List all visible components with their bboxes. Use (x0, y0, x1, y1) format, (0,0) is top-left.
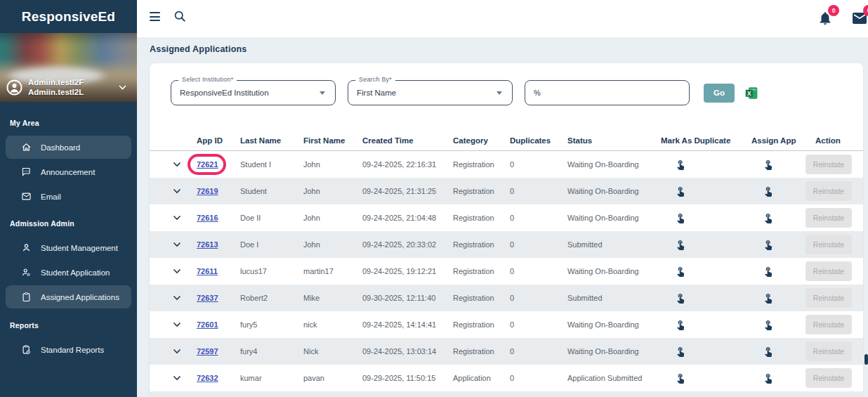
table-row: 72597 fury4 Nick 09-24-2025, 13:03:14 Re… (150, 338, 863, 365)
sidebar-item-assigned-applications[interactable]: Assigned Applications (6, 285, 131, 308)
notifications-button[interactable]: 0 (815, 7, 839, 31)
reinstate-button[interactable]: Reinstate (805, 261, 852, 281)
row-expand-chevron-icon[interactable] (173, 349, 181, 354)
person-gear-icon (21, 267, 32, 278)
assign-app-icon[interactable] (763, 372, 774, 384)
select-institution[interactable]: Select Institution* ResponsiveEd Institu… (171, 80, 336, 105)
assign-app-icon[interactable] (763, 186, 774, 197)
reinstate-button[interactable]: Reinstate (805, 315, 852, 334)
user-profile[interactable]: Admiin.testl2F Admiin.testl2L (6, 77, 131, 97)
reinstate-button[interactable]: Reinstate (805, 181, 852, 201)
duplicates-cell: 0 (510, 320, 567, 329)
first-name-cell: nick (303, 320, 362, 329)
mark-as-duplicate-icon[interactable] (675, 292, 686, 304)
sidebar-item-email[interactable]: Email (6, 185, 131, 208)
mail-button[interactable]: 0 (850, 7, 868, 31)
mark-as-duplicate-icon[interactable] (675, 186, 686, 197)
reinstate-button[interactable]: Reinstate (805, 155, 852, 174)
mark-as-duplicate-icon[interactable] (675, 212, 686, 223)
reinstate-button[interactable]: Reinstate (805, 208, 852, 228)
created-time-cell: 09-24-2025, 21:31:25 (362, 187, 453, 195)
col-created-time: Created Time (362, 136, 453, 145)
col-last-name: Last Name (240, 136, 303, 145)
sidebar-item-standard-reports[interactable]: Standard Reports (6, 338, 131, 361)
app-id-link[interactable]: 72621 (197, 160, 218, 169)
app-id-link[interactable]: 72632 (197, 374, 218, 382)
table-row: 72611 lucus17 martin17 09-24-2025, 19:12… (150, 258, 863, 285)
col-duplicates: Duplicates (510, 136, 567, 145)
first-name-cell: Mike (303, 294, 362, 302)
page-title: Assigned Applications (150, 44, 246, 54)
row-expand-chevron-icon[interactable] (173, 215, 181, 221)
home-icon (21, 142, 32, 152)
status-cell: Application Submitted (567, 374, 661, 382)
sidebar-item-student-application[interactable]: Student Application (6, 261, 131, 284)
app-id-link[interactable]: 72619 (197, 187, 218, 195)
dropdown-arrow-icon (320, 91, 325, 95)
brand-logo: ResponsiveEd (0, 0, 137, 33)
created-time-cell: 09-24-2025, 21:04:48 (362, 214, 453, 222)
search-icon[interactable] (173, 9, 187, 23)
mark-as-duplicate-icon[interactable] (675, 159, 686, 170)
dropdown-arrow-icon (497, 91, 502, 95)
assign-app-icon[interactable] (763, 319, 774, 330)
notifications-badge: 0 (828, 5, 839, 16)
app-id-link[interactable]: 72601 (197, 320, 218, 329)
mark-as-duplicate-icon[interactable] (675, 319, 686, 330)
assign-app-icon[interactable] (763, 159, 774, 170)
app-id-link[interactable]: 72637 (197, 294, 218, 302)
assign-app-icon[interactable] (763, 346, 774, 357)
sidebar-item-dashboard[interactable]: Dashboard (6, 136, 131, 159)
app-id-link[interactable]: 72611 (197, 267, 218, 275)
mark-as-duplicate-icon[interactable] (675, 372, 686, 384)
col-action: Action (815, 136, 863, 145)
table-row: 72613 Doe I John 09-24-2025, 20:33:02 Re… (150, 231, 863, 258)
row-expand-chevron-icon[interactable] (173, 322, 181, 327)
go-button[interactable]: Go (704, 84, 735, 103)
assign-app-icon[interactable] (763, 212, 774, 223)
mark-as-duplicate-icon[interactable] (675, 346, 686, 357)
mark-as-duplicate-icon[interactable] (675, 239, 686, 250)
row-expand-chevron-icon[interactable] (173, 162, 181, 167)
category-cell: Registration (453, 294, 510, 302)
section-label-my-area: My Area (10, 119, 127, 127)
col-mark-as-duplicate: Mark As Duplicate (661, 136, 751, 145)
section-label-admission-admin: Admission Admin (10, 219, 127, 228)
assign-app-icon[interactable] (763, 292, 774, 304)
sidebar-item-announcement[interactable]: Announcement (6, 160, 131, 183)
scrollbar-thumb[interactable] (864, 354, 868, 365)
search-by-select[interactable]: Search By* First Name (348, 80, 513, 105)
email-icon (21, 191, 32, 202)
reinstate-button[interactable]: Reinstate (805, 235, 852, 254)
select-institution-value: ResponsiveEd Institution (180, 89, 269, 97)
category-cell: Registration (453, 214, 510, 222)
user-avatar-icon (6, 79, 22, 96)
assign-app-icon[interactable] (763, 239, 774, 250)
app-id-link[interactable]: 72597 (197, 347, 218, 356)
clipboard-icon (21, 292, 32, 302)
reinstate-button[interactable]: Reinstate (805, 288, 852, 308)
last-name-cell: Doe I (240, 240, 303, 249)
table-row-partial (150, 391, 863, 397)
reinstate-button[interactable]: Reinstate (805, 341, 852, 361)
row-expand-chevron-icon[interactable] (173, 188, 181, 194)
search-input[interactable]: % (525, 80, 690, 105)
announcement-icon (21, 167, 32, 177)
category-cell: Registration (453, 347, 510, 356)
app-id-link[interactable]: 72613 (197, 240, 218, 249)
app-id-link[interactable]: 72616 (197, 214, 218, 222)
mark-as-duplicate-icon[interactable] (675, 266, 686, 277)
row-expand-chevron-icon[interactable] (173, 242, 181, 247)
row-expand-chevron-icon[interactable] (173, 268, 181, 274)
last-name-cell: Student (240, 187, 303, 195)
assign-app-icon[interactable] (763, 266, 774, 277)
category-cell: Registration (453, 240, 510, 249)
row-expand-chevron-icon[interactable] (173, 295, 181, 301)
sidebar: ResponsiveEd Admiin.testl2F Admiin.testl… (0, 0, 137, 397)
row-expand-chevron-icon[interactable] (173, 375, 181, 381)
duplicates-cell: 0 (510, 160, 567, 169)
menu-toggle-icon[interactable] (150, 12, 160, 21)
excel-export-icon[interactable]: X (744, 86, 759, 100)
sidebar-item-student-management[interactable]: Student Management (6, 236, 131, 259)
reinstate-button[interactable]: Reinstate (805, 368, 852, 388)
